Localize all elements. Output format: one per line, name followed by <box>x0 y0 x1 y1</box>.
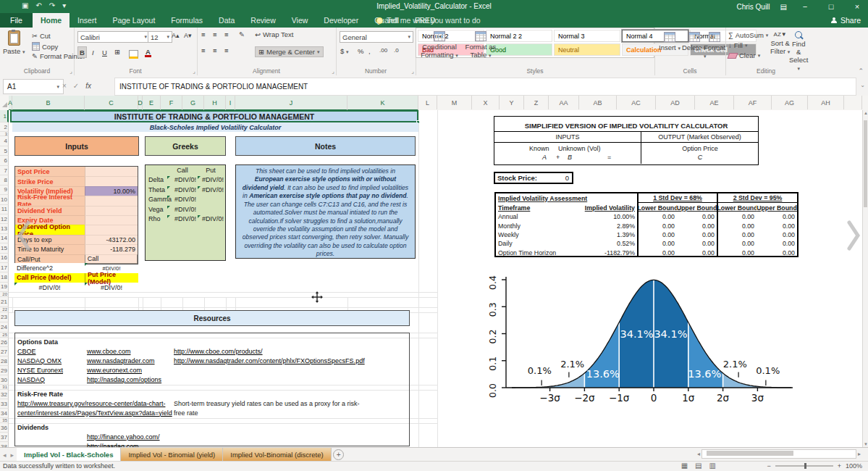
assessment-bound[interactable]: 0.00 <box>637 230 677 239</box>
column-header-AC[interactable]: AC <box>617 96 656 109</box>
row-header-1[interactable]: 1 <box>0 110 9 122</box>
ribbon-tab-insert[interactable]: Insert <box>69 13 104 28</box>
resource-link[interactable]: http://nasdaq.com/options <box>87 376 161 383</box>
assessment-bound[interactable]: 0.00 <box>637 212 677 221</box>
input-value-cell[interactable]: -43172.00 <box>85 235 138 244</box>
row-header-21[interactable]: 21 <box>0 297 9 307</box>
percent-style-icon[interactable]: % <box>358 47 363 55</box>
sheet-grid[interactable]: 1234567891011121314151617181920212223242… <box>0 110 862 447</box>
cancel-icon[interactable]: × <box>62 82 67 90</box>
assessment-timeframe[interactable]: Option Time Horizon <box>496 249 572 257</box>
input-value-cell[interactable] <box>85 225 138 234</box>
row-header-15[interactable]: 15 <box>0 243 9 253</box>
horizontal-scrollbar[interactable]: ◂ ▸ <box>696 449 862 459</box>
greeks-section-header[interactable]: Greeks <box>145 136 226 156</box>
assessment-iv[interactable]: 10.00% <box>572 212 637 221</box>
assessment-std1-header[interactable]: 1 Std Dev = 68% <box>637 193 717 203</box>
normal-view-icon[interactable]: ▦ <box>681 462 688 470</box>
format-as-table-button[interactable]: Format asTable ▾ <box>462 31 500 59</box>
name-box[interactable]: A1▾ <box>3 79 64 94</box>
assessment-timeframe[interactable]: Annual <box>496 212 572 221</box>
assessment-title[interactable]: Implied Volatility Assessment <box>496 193 637 203</box>
row-header-37[interactable]: 37 <box>0 433 9 442</box>
column-header-B[interactable]: B <box>12 96 85 111</box>
expand-formula-bar-icon[interactable]: ⌄ <box>860 82 865 88</box>
column-header-AF[interactable]: AF <box>734 96 772 109</box>
ribbon-tab-page-layout[interactable]: Page Layout <box>104 13 163 28</box>
share-button[interactable]: Share <box>831 13 861 28</box>
row-header-11[interactable]: 11 <box>0 205 9 214</box>
row-header-19[interactable]: 19 <box>0 283 9 292</box>
row-header-29[interactable]: 29 <box>0 366 9 375</box>
alignment-dialog-launcher[interactable]: ⌟ <box>332 68 334 75</box>
input-value-cell[interactable] <box>85 196 138 205</box>
format-cells-button[interactable]: Format ▾ <box>704 32 725 59</box>
orientation-icon[interactable]: ✎ <box>239 30 245 38</box>
column-header-AA[interactable]: AA <box>549 96 579 109</box>
resource-link[interactable]: http://www.cboe.com/products/ <box>174 348 263 355</box>
decrease-decimal-icon[interactable]: .0 <box>394 47 399 54</box>
vertical-scrollbar-thumb[interactable] <box>864 120 867 207</box>
row-header-2[interactable]: 2 <box>0 122 9 132</box>
column-header-AG[interactable]: AG <box>772 96 808 109</box>
clear-button[interactable]: Clear▾ <box>728 51 760 59</box>
assessment-bound[interactable]: 0.00 <box>717 249 757 257</box>
column-header-AD[interactable]: AD <box>656 96 695 109</box>
ribbon-tab-review[interactable]: Review <box>243 13 283 28</box>
close-button[interactable]: × <box>849 2 865 11</box>
input-value-cell[interactable]: -118.279 <box>85 244 138 254</box>
font-dialog-launcher[interactable]: ⌟ <box>193 68 195 75</box>
ribbon-tab-view[interactable]: View <box>284 13 316 28</box>
input-value-cell[interactable]: 10.00% <box>85 186 138 196</box>
greek-call-value[interactable]: #DIV/0! <box>167 196 196 203</box>
resource-link[interactable]: http://www.nasdaqtrader.com/content/phlx… <box>174 357 365 364</box>
zoom-level[interactable]: 100% <box>846 462 862 470</box>
borders-icon[interactable]: ⊞ <box>114 48 120 56</box>
tell-me-box[interactable]: Tell me what you want to do <box>376 13 481 28</box>
greek-put-value[interactable]: #DIV/0! <box>198 186 224 193</box>
scroll-left-icon[interactable]: ◂ <box>696 451 701 457</box>
wrap-text-button[interactable]: ↩Wrap Text <box>255 30 293 38</box>
assessment-bound[interactable]: 0.00 <box>677 212 717 221</box>
row-header-5[interactable]: 5 <box>0 146 9 156</box>
greek-put-value[interactable]: #DIV/0! <box>198 176 224 183</box>
row-header-25[interactable]: 25 <box>0 333 9 338</box>
align-top-icon[interactable]: ≡ <box>201 30 206 38</box>
assessment-timeframe[interactable]: Monthly <box>496 221 572 230</box>
underline-button[interactable]: U <box>100 46 109 58</box>
greeks-table[interactable]: Call Put Delta#DIV/0!#DIV/0!Theta#DIV/0!… <box>145 164 226 261</box>
assessment-bound[interactable]: 0.00 <box>757 221 797 230</box>
italic-button[interactable]: I <box>90 46 96 58</box>
cell-style-normal-3[interactable]: Normal 3 <box>554 30 620 42</box>
model-price-values-row[interactable]: #DIV/0! #DIV/0! <box>14 283 138 292</box>
column-header-G[interactable]: G <box>182 96 204 111</box>
insert-function-icon[interactable]: fx <box>85 82 91 90</box>
scroll-up-icon[interactable]: ▲ <box>863 111 868 115</box>
implied-volatility-assessment-table[interactable]: Implied Volatility Assessment1 Std Dev =… <box>494 192 799 257</box>
column-header-J[interactable]: J <box>235 96 347 111</box>
resource-link[interactable]: http://finance.yahoo.com/ <box>87 433 160 441</box>
assessment-bound[interactable]: 0.00 <box>717 221 757 230</box>
assessment-bound[interactable]: 0.00 <box>757 230 797 239</box>
row-header-18[interactable]: 18 <box>0 272 9 282</box>
call-price-value[interactable]: #DIV/0! <box>14 283 85 292</box>
assessment-iv[interactable]: 1.39% <box>572 230 637 239</box>
align-center-icon[interactable]: ≡ <box>213 46 217 54</box>
row-header-26[interactable]: 26 <box>0 338 9 347</box>
resource-link[interactable]: www.nasdaqtrader.com <box>87 357 155 364</box>
assessment-bound[interactable]: 0.00 <box>717 212 757 221</box>
enter-icon[interactable]: ✓ <box>73 82 79 90</box>
assessment-timeframe[interactable]: Weekly <box>496 230 572 239</box>
minimize-button[interactable]: − <box>797 2 813 11</box>
assessment-iv[interactable]: 0.52% <box>572 239 637 248</box>
align-right-icon[interactable]: ≡ <box>224 46 229 54</box>
zoom-in-icon[interactable]: + <box>838 462 841 470</box>
assessment-bound[interactable]: 0.00 <box>717 239 757 248</box>
column-header-E[interactable]: E <box>143 96 161 111</box>
input-value-cell[interactable] <box>85 167 138 176</box>
assessment-timeframe[interactable]: Daily <box>496 239 572 248</box>
sheet-tab-implied-vol-black-scholes[interactable]: Implied Vol - Black-Scholes <box>17 448 121 462</box>
row-header-33[interactable]: 33 <box>0 399 9 409</box>
row-header-9[interactable]: 9 <box>0 186 9 195</box>
assessment-bound[interactable]: 0.00 <box>637 239 677 248</box>
